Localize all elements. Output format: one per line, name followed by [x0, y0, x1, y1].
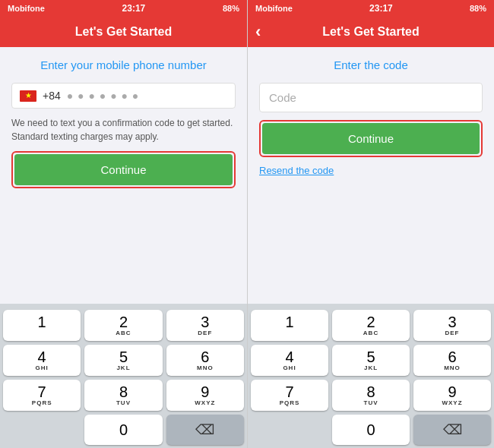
nav-title-2: Let's Get Started [322, 25, 419, 39]
key-1-9[interactable]: 9 WXYZ [166, 380, 244, 411]
nav-bar-2: ‹ Let's Get Started [248, 17, 494, 47]
key-2-5[interactable]: 5 JKL [332, 345, 410, 376]
key-1-4[interactable]: 4 GHI [3, 345, 81, 376]
status-bar-1: Mobifone 23:17 88% [0, 0, 247, 17]
phone-input-row[interactable]: ★ +84 ● ● ● ● ● ● ● [11, 83, 236, 109]
battery-2: 88% [470, 4, 486, 13]
status-bar-2: Mobifone 23:17 88% [248, 0, 494, 17]
key-1-7[interactable]: 7 PQRS [3, 380, 81, 411]
section-title-1: Enter your mobile phone number [11, 58, 236, 71]
continue-btn-wrapper-2: Continue [259, 120, 483, 157]
content-1: Enter your mobile phone number ★ +84 ● ●… [0, 47, 247, 304]
continue-btn-wrapper-1: Continue [11, 151, 236, 188]
screen-phone-number: Mobifone 23:17 88% Let's Get Started Ent… [0, 0, 247, 448]
key-2-7[interactable]: 7 PQRS [251, 380, 328, 411]
info-text: We need to text you a confirmation code … [11, 116, 236, 144]
key-1-empty [3, 415, 81, 445]
key-2-8[interactable]: 8 TUV [332, 380, 410, 411]
country-code: +84 [43, 90, 61, 102]
resend-code-link[interactable]: Resend the code [259, 165, 483, 176]
carrier-2: Mobifone [255, 4, 293, 13]
key-2-2[interactable]: 2 ABC [332, 310, 410, 341]
key-2-3[interactable]: 3 DEF [413, 310, 491, 341]
key-1-0[interactable]: 0 [84, 415, 162, 445]
time-1: 23:17 [122, 3, 146, 14]
carrier-1: Mobifone [8, 4, 45, 13]
key-2-0[interactable]: 0 [332, 415, 410, 445]
key-1-5[interactable]: 5 JKL [84, 345, 162, 376]
key-2-1[interactable]: 1 [251, 310, 328, 341]
vietnam-flag: ★ [20, 90, 36, 102]
nav-title-1: Let's Get Started [75, 25, 172, 39]
continue-button-2[interactable]: Continue [262, 123, 480, 154]
key-1-8[interactable]: 8 TUV [84, 380, 162, 411]
battery-1: 88% [223, 4, 239, 13]
key-2-6[interactable]: 6 MNO [413, 345, 491, 376]
key-2-empty [251, 415, 328, 445]
keyboard-1: 1 2 ABC 3 DEF 4 GHI 5 JKL 6 MNO 7 PQRS 8 [0, 304, 247, 448]
back-button[interactable]: ‹ [255, 24, 261, 40]
key-2-9[interactable]: 9 WXYZ [413, 380, 491, 411]
key-1-6[interactable]: 6 MNO [166, 345, 244, 376]
code-input-field[interactable]: Code [259, 83, 483, 112]
content-2: Enter the code Code Continue Resend the … [248, 47, 494, 304]
backspace-icon-1: ⌫ [195, 421, 214, 438]
continue-button-1[interactable]: Continue [14, 154, 233, 185]
key-1-2[interactable]: 2 ABC [84, 310, 162, 341]
key-1-backspace[interactable]: ⌫ [166, 415, 244, 445]
flag-star: ★ [25, 92, 32, 99]
key-1-1[interactable]: 1 [3, 310, 81, 341]
backspace-icon-2: ⌫ [443, 421, 462, 438]
key-2-backspace[interactable]: ⌫ [413, 415, 491, 445]
section-title-2: Enter the code [259, 58, 483, 71]
key-2-4[interactable]: 4 GHI [251, 345, 328, 376]
screen-enter-code: Mobifone 23:17 88% ‹ Let's Get Started E… [247, 0, 494, 448]
time-2: 23:17 [369, 3, 393, 14]
phone-number-display: ● ● ● ● ● ● ● [67, 90, 140, 102]
key-1-3[interactable]: 3 DEF [166, 310, 244, 341]
nav-bar-1: Let's Get Started [0, 17, 247, 47]
keyboard-2: 1 2 ABC 3 DEF 4 GHI 5 JKL 6 MNO 7 PQRS 8 [248, 304, 494, 448]
